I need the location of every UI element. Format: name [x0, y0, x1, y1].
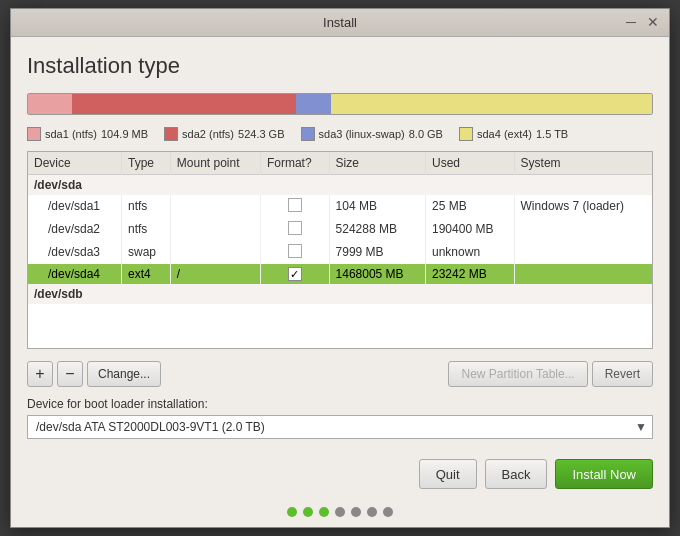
legend-color-sda4 [459, 127, 473, 141]
step-dot-2 [303, 507, 313, 517]
cell-mount: / [170, 264, 260, 285]
legend-size-sda1: 104.9 MB [101, 128, 148, 140]
cell-size: 524288 MB [329, 218, 425, 241]
new-partition-table-button[interactable]: New Partition Table... [448, 361, 587, 387]
cell-type: swap [121, 241, 170, 264]
disk-segment-sda4 [331, 94, 652, 114]
page-title: Installation type [27, 53, 653, 79]
quit-button[interactable]: Quit [419, 459, 477, 489]
cell-system [514, 241, 652, 264]
bootloader-section: Device for boot loader installation: /de… [27, 397, 653, 439]
install-now-button[interactable]: Install Now [555, 459, 653, 489]
cell-used: 25 MB [426, 195, 515, 218]
legend-size-sda3: 8.0 GB [409, 128, 443, 140]
table-row[interactable]: /dev/sda2 ntfs 524288 MB 190400 MB [28, 218, 652, 241]
legend-color-sda3 [301, 127, 315, 141]
step-dot-4 [335, 507, 345, 517]
bootloader-select-wrapper: /dev/sda ATA ST2000DL003-9VT1 (2.0 TB) ▼ [27, 415, 653, 439]
disk-bar [27, 93, 653, 115]
legend-sda3: sda3 (linux-swap) 8.0 GB [301, 127, 443, 141]
col-mount: Mount point [170, 152, 260, 175]
revert-button[interactable]: Revert [592, 361, 653, 387]
cell-device: /dev/sda2 [28, 218, 121, 241]
cell-system: Windows 7 (loader) [514, 195, 652, 218]
disk-segment-sda3 [296, 94, 330, 114]
footer: Quit Back Install Now [11, 451, 669, 501]
cell-size: 7999 MB [329, 241, 425, 264]
format-checkbox[interactable] [288, 221, 302, 235]
cell-device: /dev/sda4 [28, 264, 121, 285]
add-partition-button[interactable]: + [27, 361, 53, 387]
table-row[interactable]: /dev/sda3 swap 7999 MB unknown [28, 241, 652, 264]
cell-format[interactable] [260, 195, 329, 218]
col-size: Size [329, 152, 425, 175]
cell-size: 1468005 MB [329, 264, 425, 285]
legend-sda2: sda2 (ntfs) 524.3 GB [164, 127, 284, 141]
cell-format[interactable] [260, 241, 329, 264]
content-area: Installation type sda1 (ntfs) 104.9 MB s… [11, 37, 669, 452]
partition-toolbar: + − Change... New Partition Table... Rev… [27, 361, 653, 387]
group-header-sdb: /dev/sdb [28, 284, 652, 304]
step-dot-5 [351, 507, 361, 517]
cell-system [514, 218, 652, 241]
table-row-empty [28, 304, 652, 326]
cell-device: /dev/sda3 [28, 241, 121, 264]
col-used: Used [426, 152, 515, 175]
step-dot-3 [319, 507, 329, 517]
cell-type: ext4 [121, 264, 170, 285]
legend-sda1: sda1 (ntfs) 104.9 MB [27, 127, 148, 141]
col-system: System [514, 152, 652, 175]
legend-size-sda4: 1.5 TB [536, 128, 568, 140]
step-dot-1 [287, 507, 297, 517]
cell-type: ntfs [121, 218, 170, 241]
bootloader-label: Device for boot loader installation: [27, 397, 653, 411]
step-dots [11, 501, 669, 527]
bootloader-select[interactable]: /dev/sda ATA ST2000DL003-9VT1 (2.0 TB) [27, 415, 653, 439]
window-title: Install [323, 15, 357, 30]
change-partition-button[interactable]: Change... [87, 361, 161, 387]
cell-format[interactable]: ✓ [260, 264, 329, 285]
step-dot-7 [383, 507, 393, 517]
cell-mount [170, 241, 260, 264]
legend-color-sda1 [27, 127, 41, 141]
table-row[interactable]: /dev/sda4 ext4 / ✓ 1468005 MB 23242 MB [28, 264, 652, 285]
step-dot-6 [367, 507, 377, 517]
main-window: Install ─ ✕ Installation type sda1 (ntfs… [10, 8, 670, 529]
col-type: Type [121, 152, 170, 175]
cell-size: 104 MB [329, 195, 425, 218]
cell-system [514, 264, 652, 285]
minimize-button[interactable]: ─ [623, 14, 639, 30]
partition-table: Device Type Mount point Format? Size Use… [28, 152, 652, 349]
group-label-sdb: /dev/sdb [28, 284, 652, 304]
close-button[interactable]: ✕ [645, 14, 661, 30]
cell-mount [170, 218, 260, 241]
group-header-sda: /dev/sda [28, 174, 652, 195]
cell-used: 190400 MB [426, 218, 515, 241]
table-header-row: Device Type Mount point Format? Size Use… [28, 152, 652, 175]
legend-sda4: sda4 (ext4) 1.5 TB [459, 127, 568, 141]
disk-segment-sda2 [72, 94, 297, 114]
disk-legend: sda1 (ntfs) 104.9 MB sda2 (ntfs) 524.3 G… [27, 127, 653, 141]
format-checkbox[interactable] [288, 198, 302, 212]
group-label-sda: /dev/sda [28, 174, 652, 195]
cell-format[interactable] [260, 218, 329, 241]
col-device: Device [28, 152, 121, 175]
legend-color-sda2 [164, 127, 178, 141]
cell-mount [170, 195, 260, 218]
cell-used: 23242 MB [426, 264, 515, 285]
legend-label-sda2: sda2 (ntfs) [182, 128, 234, 140]
remove-partition-button[interactable]: − [57, 361, 83, 387]
back-button[interactable]: Back [485, 459, 548, 489]
partition-table-wrapper: Device Type Mount point Format? Size Use… [27, 151, 653, 350]
disk-segment-sda1 [28, 94, 72, 114]
legend-size-sda2: 524.3 GB [238, 128, 284, 140]
table-row[interactable]: /dev/sda1 ntfs 104 MB 25 MB Windows 7 (l… [28, 195, 652, 218]
format-checkbox[interactable]: ✓ [288, 267, 302, 281]
legend-label-sda4: sda4 (ext4) [477, 128, 532, 140]
window-controls: ─ ✕ [623, 14, 661, 30]
cell-type: ntfs [121, 195, 170, 218]
legend-label-sda3: sda3 (linux-swap) [319, 128, 405, 140]
format-checkbox[interactable] [288, 244, 302, 258]
table-row-empty [28, 326, 652, 348]
cell-used: unknown [426, 241, 515, 264]
